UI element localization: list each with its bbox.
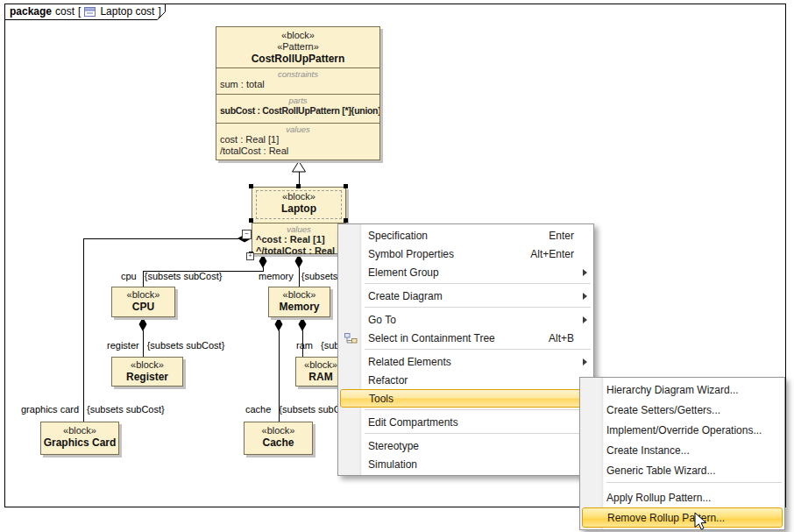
menu-item-refactor[interactable]: Refactor: [338, 371, 593, 389]
submenu-item-create-instance[interactable]: Create Instance...: [580, 440, 784, 460]
role-label: graphics card: [21, 404, 79, 415]
submenu-item-hierarchy-diagram-wizard[interactable]: Hierarchy Diagram Wizard...: [580, 379, 784, 400]
menu-item-element-group[interactable]: Element Group: [338, 263, 593, 281]
stereotype-label: «block»: [216, 30, 379, 41]
submenu-arrow-icon: [583, 293, 587, 300]
menu-separator: [580, 480, 784, 487]
bracket-open: [: [78, 5, 81, 18]
value-property: cost : Real [1]: [216, 134, 379, 145]
compartment-expand-button[interactable]: +: [246, 252, 254, 260]
menu-item-stereotype[interactable]: Stereotype: [338, 436, 593, 455]
block-memory[interactable]: «block» Memory: [268, 287, 330, 317]
selection-handle[interactable]: [344, 184, 348, 188]
role-label: cpu: [121, 271, 137, 281]
edge-label-cpu[interactable]: cpu {subsets subCost}: [121, 271, 222, 281]
constraint-label: {subsets subCost}: [147, 340, 225, 351]
role-label: memory: [259, 271, 294, 281]
role-label: ram: [296, 340, 313, 351]
compartment-label: constraints: [216, 68, 379, 79]
menu-item-label: Stereotype: [368, 440, 419, 452]
menu-item-select-in-containment-tree[interactable]: Select in Containment Tree Alt+B: [338, 329, 593, 347]
submenu-item-remove-rollup-pattern[interactable]: Remove Rollup Pattern...: [582, 507, 783, 528]
menu-item-create-diagram[interactable]: Create Diagram: [338, 287, 593, 305]
menu-item-label: Hierarchy Diagram Wizard...: [606, 384, 739, 396]
diagram-canvas[interactable]: package cost [ Laptop cost ] «block» «Pa…: [0, 0, 794, 532]
compartment-collapse-button[interactable]: −: [242, 230, 252, 239]
menu-item-label: Create Instance...: [606, 444, 690, 457]
composition-diamond-icon: [275, 317, 283, 331]
block-header: «block» Laptop: [252, 188, 345, 223]
compartment-label: values: [216, 124, 379, 134]
selection-handle[interactable]: [296, 184, 301, 188]
block-name: Graphics Card: [41, 436, 118, 450]
graphics-card-association-edge[interactable]: [83, 235, 252, 422]
menu-item-label: Create Diagram: [368, 290, 443, 302]
bracket-close: ]: [158, 5, 160, 18]
context-menu: Specification Enter Symbol Properties Al…: [337, 223, 594, 476]
value-property: ^cost : Real [1]: [252, 234, 345, 245]
constraint-property: sum : total: [216, 79, 379, 90]
register-association-edge[interactable]: [139, 317, 147, 357]
menu-item-simulation[interactable]: Simulation: [338, 455, 593, 473]
composition-diamond-icon: [299, 317, 307, 331]
tools-submenu: Hierarchy Diagram Wizard... Create Sette…: [579, 377, 785, 530]
menu-item-label: Implement/Override Operations...: [606, 424, 762, 436]
block-laptop[interactable]: «block» Laptop values ^cost : Real [1] ^…: [252, 187, 346, 254]
submenu-item-apply-rollup-pattern[interactable]: Apply Rollup Pattern...: [580, 487, 784, 507]
block-cpu[interactable]: «block» CPU: [111, 287, 175, 317]
stereotype-label: «block»: [112, 289, 174, 301]
menu-item-label: Edit Compartments: [368, 416, 458, 429]
menu-item-related-elements[interactable]: Related Elements: [338, 352, 593, 371]
constraint-label: {subsets subCost}: [87, 404, 165, 415]
menu-shortcut: Alt+B: [549, 332, 586, 344]
menu-item-symbol-properties[interactable]: Symbol Properties Alt+Enter: [338, 245, 593, 263]
cursor-icon: [694, 512, 708, 532]
block-name: Cache: [245, 436, 312, 450]
menu-item-label: Specification: [368, 230, 428, 242]
selection-handle[interactable]: [344, 218, 348, 223]
block-header: «block» «Pattern» CostRollUpPattern: [216, 27, 379, 67]
block-name: Register: [112, 371, 182, 384]
package-name-label: cost: [55, 5, 74, 18]
menu-item-label: Symbol Properties: [368, 248, 454, 260]
block-name: CostRollUpPattern: [216, 53, 379, 66]
stereotype-label: «block»: [252, 191, 345, 202]
generalization-triangle-icon: [293, 161, 306, 172]
generalization-edge[interactable]: [293, 161, 306, 187]
values-compartment: values cost : Real [1] /totalCost : Real: [216, 123, 379, 161]
role-label: cache: [245, 404, 271, 415]
diagram-name-label: Laptop cost: [100, 5, 154, 18]
menu-item-label: Go To: [368, 314, 396, 326]
block-register[interactable]: «block» Register: [111, 357, 183, 387]
selection-handle[interactable]: [249, 218, 253, 223]
submenu-arrow-icon: [583, 358, 587, 365]
submenu-item-implement-override-operations[interactable]: Implement/Override Operations...: [580, 420, 784, 440]
compartment-label: values: [252, 223, 345, 234]
edge-label-register[interactable]: register {subsets subCost}: [107, 340, 224, 351]
submenu-item-create-setters-getters[interactable]: Create Setters/Getters...: [580, 400, 784, 420]
menu-item-label: Simulation: [368, 458, 417, 471]
menu-item-label: Tools: [369, 393, 393, 405]
menu-item-go-to[interactable]: Go To: [338, 310, 593, 329]
menu-item-specification[interactable]: Specification Enter: [338, 226, 593, 245]
ram-association-edge[interactable]: [299, 317, 307, 357]
submenu-item-generic-table-wizard[interactable]: Generic Table Wizard...: [580, 460, 784, 480]
edge-label-graphics-card[interactable]: graphics card {subsets subCost}: [21, 404, 165, 415]
menu-item-tools[interactable]: Tools: [340, 389, 592, 408]
menu-item-label: Create Setters/Getters...: [606, 404, 720, 416]
block-cache[interactable]: «block» Cache: [244, 422, 313, 455]
role-label: register: [107, 340, 139, 351]
menu-item-label: Apply Rollup Pattern...: [606, 492, 711, 504]
selection-handle[interactable]: [249, 184, 253, 188]
submenu-arrow-icon: [583, 269, 587, 276]
part-property: subCost : CostRollUpPattern [*]{union}: [216, 105, 379, 117]
block-cost-rollup-pattern[interactable]: «block» «Pattern» CostRollUpPattern cons…: [216, 26, 380, 160]
value-property: /totalCost : Real: [216, 145, 379, 157]
values-compartment: values ^cost : Real [1] ^/totalCost : Re…: [252, 223, 345, 257]
menu-item-edit-compartments[interactable]: Edit Compartments: [338, 413, 593, 431]
constraints-compartment: constraints sum : total: [216, 67, 379, 94]
constraint-label: {subsets subCost}: [145, 271, 223, 281]
diagram-tab-header[interactable]: package cost [ Laptop cost ]: [10, 5, 161, 18]
block-graphics-card[interactable]: «block» Graphics Card: [40, 422, 119, 455]
menu-item-label: Select in Containment Tree: [368, 332, 495, 344]
